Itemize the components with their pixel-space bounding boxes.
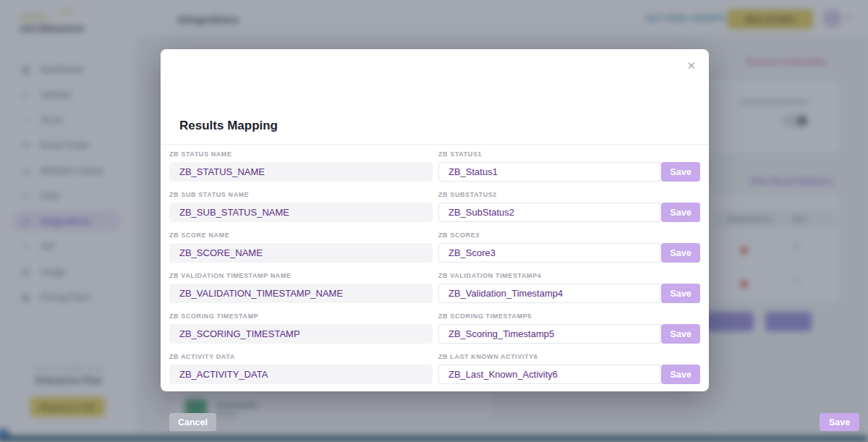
mapping-row-status: ZB STATUS NAME ZB_STATUS_NAME ZB STATUS1… <box>169 150 700 182</box>
zb-score3-input[interactable] <box>438 243 660 263</box>
modal-header-divider <box>161 144 709 145</box>
field-label: ZB SUB STATUS NAME <box>169 191 433 198</box>
mapping-row-validation-timestamp: ZB VALIDATION TIMESTAMP NAME ZB_VALIDATI… <box>169 272 700 303</box>
zb-score-name-field: ZB_SCORE_NAME <box>169 243 433 263</box>
results-mapping-modal: ✕ Results Mapping ZB STATUS NAME ZB_STAT… <box>161 49 709 391</box>
save-button[interactable]: Save <box>661 243 700 263</box>
zb-status1-input[interactable] <box>438 162 660 182</box>
mapping-row-sub-status: ZB SUB STATUS NAME ZB_SUB_STATUS_NAME ZB… <box>169 191 700 222</box>
mapping-row-activity-data: ZB ACTIVITY DATA ZB_ACTIVITY_DATA ZB LAS… <box>169 353 700 384</box>
field-label: ZB SCORE NAME <box>169 231 433 239</box>
mapping-row-scoring-timestamp: ZB SCORING TIMESTAMP ZB_SCORING_TIMESTAM… <box>169 313 700 344</box>
save-button[interactable]: Save <box>661 324 700 344</box>
field-label: ZB SCORE3 <box>438 231 700 239</box>
field-label: ZB STATUS NAME <box>169 150 433 158</box>
field-label: ZB SCORING TIMESTAMP <box>169 313 433 320</box>
zb-scoring-timestamp-field: ZB_SCORING_TIMESTAMP <box>169 324 433 344</box>
save-button[interactable]: Save <box>661 162 700 182</box>
zb-sub-status-name-field: ZB_SUB_STATUS_NAME <box>169 203 433 222</box>
save-button[interactable]: Save <box>661 284 700 303</box>
zb-substatus2-input[interactable] <box>438 203 660 222</box>
field-label: ZB STATUS1 <box>438 150 700 158</box>
field-label: ZB SCORING TIMESTAMP5 <box>438 313 700 320</box>
results-mapping-form: ZB STATUS NAME ZB_STATUS_NAME ZB STATUS1… <box>169 150 700 394</box>
field-label: ZB SUBSTATUS2 <box>438 191 700 198</box>
app-window: zerobounce ▦ Dashboard ✔ Validate ◔ Scor… <box>0 0 868 442</box>
field-label: ZB VALIDATION TIMESTAMP4 <box>438 272 700 279</box>
zb-last-known-activity6-input[interactable] <box>438 365 660 384</box>
modal-save-button[interactable]: Save <box>820 413 859 431</box>
field-label: ZB VALIDATION TIMESTAMP NAME <box>169 272 433 279</box>
field-label: ZB ACTIVITY DATA <box>169 353 433 360</box>
save-button[interactable]: Save <box>661 365 700 384</box>
field-label: ZB LAST KNOWN ACTIVITY6 <box>438 353 700 360</box>
zb-scoring-timestamp5-input[interactable] <box>438 324 660 344</box>
close-icon[interactable]: ✕ <box>684 56 699 75</box>
modal-title: Results Mapping <box>179 119 278 133</box>
zb-validation-timestamp-name-field: ZB_VALIDATION_TIMESTAMP_NAME <box>169 284 433 303</box>
zb-validation-timestamp4-input[interactable] <box>438 284 660 303</box>
cancel-button[interactable]: Cancel <box>169 413 216 431</box>
save-button[interactable]: Save <box>661 203 700 222</box>
zb-status-name-field: ZB_STATUS_NAME <box>169 162 433 182</box>
mapping-row-score: ZB SCORE NAME ZB_SCORE_NAME ZB SCORE3 Sa… <box>169 231 700 263</box>
zb-activity-data-field: ZB_ACTIVITY_DATA <box>169 365 433 384</box>
